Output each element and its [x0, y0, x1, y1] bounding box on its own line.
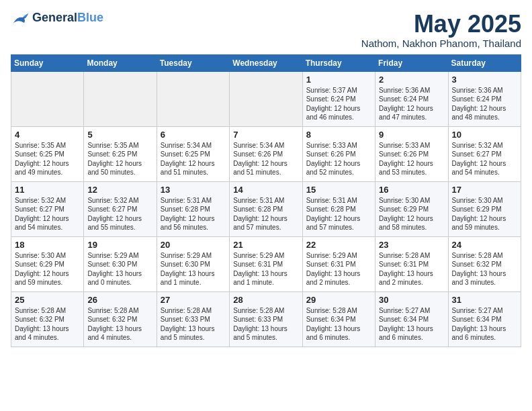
day-info: Sunrise: 5:32 AM Sunset: 6:27 PM Dayligh… [452, 141, 517, 177]
calendar-cell: 20Sunrise: 5:29 AM Sunset: 6:30 PM Dayli… [157, 236, 229, 291]
day-number: 8 [306, 130, 371, 140]
calendar-cell: 31Sunrise: 5:27 AM Sunset: 6:34 PM Dayli… [448, 291, 521, 347]
day-number: 22 [306, 240, 371, 250]
day-number: 5 [87, 130, 152, 140]
day-number: 26 [87, 295, 152, 305]
day-info: Sunrise: 5:28 AM Sunset: 6:32 PM Dayligh… [452, 251, 517, 287]
day-info: Sunrise: 5:27 AM Sunset: 6:34 PM Dayligh… [452, 306, 517, 342]
calendar-cell [230, 71, 302, 126]
day-number: 15 [306, 185, 371, 195]
header-row: Sunday Monday Tuesday Wednesday Thursday… [11, 54, 521, 71]
day-number: 23 [379, 240, 444, 250]
day-info: Sunrise: 5:28 AM Sunset: 6:33 PM Dayligh… [161, 306, 226, 342]
day-number: 27 [161, 295, 226, 305]
calendar-week-4: 18Sunrise: 5:30 AM Sunset: 6:29 PM Dayli… [11, 236, 521, 291]
day-number: 2 [379, 75, 444, 85]
day-number: 21 [233, 240, 298, 250]
calendar-cell: 7Sunrise: 5:34 AM Sunset: 6:26 PM Daylig… [230, 126, 302, 181]
day-number: 31 [452, 295, 517, 305]
day-number: 14 [233, 185, 298, 195]
day-number: 10 [452, 130, 517, 140]
day-number: 30 [379, 295, 444, 305]
calendar-cell: 3Sunrise: 5:36 AM Sunset: 6:24 PM Daylig… [448, 71, 521, 126]
day-info: Sunrise: 5:33 AM Sunset: 6:26 PM Dayligh… [379, 141, 444, 177]
header-tuesday: Tuesday [157, 54, 229, 71]
day-number: 3 [452, 75, 517, 85]
header-friday: Friday [375, 54, 448, 71]
day-number: 11 [15, 185, 80, 195]
day-number: 25 [15, 295, 80, 305]
day-info: Sunrise: 5:32 AM Sunset: 6:27 PM Dayligh… [87, 196, 152, 232]
calendar-cell [157, 71, 229, 126]
header-saturday: Saturday [448, 54, 521, 71]
calendar-cell: 2Sunrise: 5:36 AM Sunset: 6:24 PM Daylig… [375, 71, 448, 126]
calendar-cell: 11Sunrise: 5:32 AM Sunset: 6:27 PM Dayli… [11, 181, 84, 236]
day-info: Sunrise: 5:37 AM Sunset: 6:24 PM Dayligh… [306, 86, 371, 122]
day-info: Sunrise: 5:31 AM Sunset: 6:28 PM Dayligh… [233, 196, 298, 232]
calendar-cell: 23Sunrise: 5:28 AM Sunset: 6:31 PM Dayli… [375, 236, 448, 291]
calendar-cell: 16Sunrise: 5:30 AM Sunset: 6:29 PM Dayli… [375, 181, 448, 236]
calendar-cell: 5Sunrise: 5:35 AM Sunset: 6:25 PM Daylig… [84, 126, 157, 181]
day-info: Sunrise: 5:28 AM Sunset: 6:32 PM Dayligh… [87, 306, 152, 342]
day-info: Sunrise: 5:33 AM Sunset: 6:26 PM Dayligh… [306, 141, 371, 177]
calendar-cell: 10Sunrise: 5:32 AM Sunset: 6:27 PM Dayli… [448, 126, 521, 181]
day-number: 12 [87, 185, 152, 195]
day-info: Sunrise: 5:32 AM Sunset: 6:27 PM Dayligh… [15, 196, 80, 232]
calendar-cell: 26Sunrise: 5:28 AM Sunset: 6:32 PM Dayli… [84, 291, 157, 347]
logo: GeneralBlue [11, 11, 103, 26]
calendar-cell: 14Sunrise: 5:31 AM Sunset: 6:28 PM Dayli… [230, 181, 302, 236]
calendar-cell: 12Sunrise: 5:32 AM Sunset: 6:27 PM Dayli… [84, 181, 157, 236]
calendar-cell: 9Sunrise: 5:33 AM Sunset: 6:26 PM Daylig… [375, 126, 448, 181]
calendar-week-5: 25Sunrise: 5:28 AM Sunset: 6:32 PM Dayli… [11, 291, 521, 347]
day-info: Sunrise: 5:30 AM Sunset: 6:29 PM Dayligh… [15, 251, 80, 287]
day-number: 16 [379, 185, 444, 195]
page-header: GeneralBlue May 2025 Nathom, Nakhon Phan… [11, 11, 521, 49]
day-number: 28 [233, 295, 298, 305]
day-number: 20 [161, 240, 226, 250]
calendar-title: May 2025 [361, 11, 521, 38]
day-number: 4 [15, 130, 80, 140]
calendar-cell: 1Sunrise: 5:37 AM Sunset: 6:24 PM Daylig… [302, 71, 375, 126]
day-info: Sunrise: 5:29 AM Sunset: 6:30 PM Dayligh… [87, 251, 152, 287]
day-info: Sunrise: 5:29 AM Sunset: 6:30 PM Dayligh… [161, 251, 226, 287]
day-info: Sunrise: 5:28 AM Sunset: 6:32 PM Dayligh… [15, 306, 80, 342]
day-info: Sunrise: 5:28 AM Sunset: 6:31 PM Dayligh… [379, 251, 444, 287]
day-info: Sunrise: 5:28 AM Sunset: 6:34 PM Dayligh… [306, 306, 371, 342]
day-info: Sunrise: 5:35 AM Sunset: 6:25 PM Dayligh… [15, 141, 80, 177]
calendar-cell: 15Sunrise: 5:31 AM Sunset: 6:28 PM Dayli… [302, 181, 375, 236]
day-info: Sunrise: 5:28 AM Sunset: 6:33 PM Dayligh… [233, 306, 298, 342]
day-info: Sunrise: 5:34 AM Sunset: 6:26 PM Dayligh… [233, 141, 298, 177]
calendar-cell: 18Sunrise: 5:30 AM Sunset: 6:29 PM Dayli… [11, 236, 84, 291]
day-number: 18 [15, 240, 80, 250]
calendar-cell: 6Sunrise: 5:34 AM Sunset: 6:25 PM Daylig… [157, 126, 229, 181]
day-info: Sunrise: 5:31 AM Sunset: 6:28 PM Dayligh… [306, 196, 371, 232]
calendar-cell: 27Sunrise: 5:28 AM Sunset: 6:33 PM Dayli… [157, 291, 229, 347]
day-info: Sunrise: 5:29 AM Sunset: 6:31 PM Dayligh… [306, 251, 371, 287]
header-sunday: Sunday [11, 54, 84, 71]
calendar-cell: 8Sunrise: 5:33 AM Sunset: 6:26 PM Daylig… [302, 126, 375, 181]
calendar-cell: 24Sunrise: 5:28 AM Sunset: 6:32 PM Dayli… [448, 236, 521, 291]
day-info: Sunrise: 5:34 AM Sunset: 6:25 PM Dayligh… [161, 141, 226, 177]
calendar-cell: 21Sunrise: 5:29 AM Sunset: 6:31 PM Dayli… [230, 236, 302, 291]
calendar-cell: 4Sunrise: 5:35 AM Sunset: 6:25 PM Daylig… [11, 126, 84, 181]
day-info: Sunrise: 5:30 AM Sunset: 6:29 PM Dayligh… [452, 196, 517, 232]
day-number: 6 [161, 130, 226, 140]
calendar-cell: 13Sunrise: 5:31 AM Sunset: 6:28 PM Dayli… [157, 181, 229, 236]
day-number: 9 [379, 130, 444, 140]
day-number: 17 [452, 185, 517, 195]
calendar-cell: 17Sunrise: 5:30 AM Sunset: 6:29 PM Dayli… [448, 181, 521, 236]
day-number: 7 [233, 130, 298, 140]
day-info: Sunrise: 5:35 AM Sunset: 6:25 PM Dayligh… [87, 141, 152, 177]
calendar-cell: 19Sunrise: 5:29 AM Sunset: 6:30 PM Dayli… [84, 236, 157, 291]
title-block: May 2025 Nathom, Nakhon Phanom, Thailand [361, 11, 521, 49]
calendar-cell: 22Sunrise: 5:29 AM Sunset: 6:31 PM Dayli… [302, 236, 375, 291]
day-number: 13 [161, 185, 226, 195]
day-info: Sunrise: 5:36 AM Sunset: 6:24 PM Dayligh… [452, 86, 517, 122]
calendar-cell: 28Sunrise: 5:28 AM Sunset: 6:33 PM Dayli… [230, 291, 302, 347]
calendar-week-2: 4Sunrise: 5:35 AM Sunset: 6:25 PM Daylig… [11, 126, 521, 181]
header-wednesday: Wednesday [230, 54, 302, 71]
header-thursday: Thursday [302, 54, 375, 71]
calendar-cell [84, 71, 157, 126]
header-monday: Monday [84, 54, 157, 71]
day-info: Sunrise: 5:30 AM Sunset: 6:29 PM Dayligh… [379, 196, 444, 232]
